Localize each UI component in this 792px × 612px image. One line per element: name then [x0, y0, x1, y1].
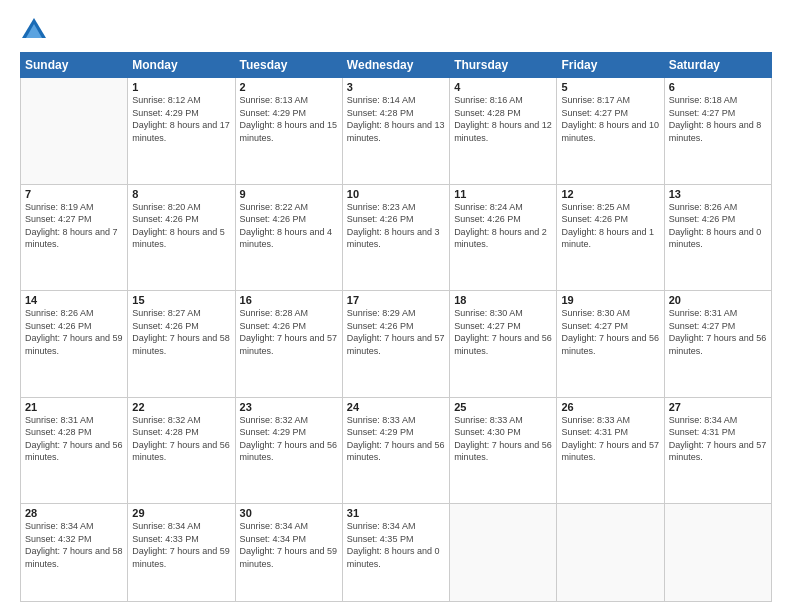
calendar-cell: 4Sunrise: 8:16 AMSunset: 4:28 PMDaylight… — [450, 78, 557, 185]
day-number: 30 — [240, 507, 338, 519]
calendar-cell: 7Sunrise: 8:19 AMSunset: 4:27 PMDaylight… — [21, 184, 128, 291]
weekday-friday: Friday — [557, 53, 664, 78]
day-number: 1 — [132, 81, 230, 93]
weekday-sunday: Sunday — [21, 53, 128, 78]
day-number: 20 — [669, 294, 767, 306]
weekday-saturday: Saturday — [664, 53, 771, 78]
day-info: Sunrise: 8:26 AMSunset: 4:26 PMDaylight:… — [669, 201, 767, 251]
day-info: Sunrise: 8:12 AMSunset: 4:29 PMDaylight:… — [132, 94, 230, 144]
day-number: 8 — [132, 188, 230, 200]
day-number: 22 — [132, 401, 230, 413]
day-number: 3 — [347, 81, 445, 93]
day-info: Sunrise: 8:13 AMSunset: 4:29 PMDaylight:… — [240, 94, 338, 144]
day-number: 5 — [561, 81, 659, 93]
day-number: 12 — [561, 188, 659, 200]
calendar-cell: 19Sunrise: 8:30 AMSunset: 4:27 PMDayligh… — [557, 291, 664, 398]
calendar-cell: 24Sunrise: 8:33 AMSunset: 4:29 PMDayligh… — [342, 397, 449, 504]
calendar-cell: 3Sunrise: 8:14 AMSunset: 4:28 PMDaylight… — [342, 78, 449, 185]
day-number: 2 — [240, 81, 338, 93]
calendar-cell — [557, 504, 664, 602]
calendar-week-2: 7Sunrise: 8:19 AMSunset: 4:27 PMDaylight… — [21, 184, 772, 291]
day-number: 27 — [669, 401, 767, 413]
calendar-cell: 15Sunrise: 8:27 AMSunset: 4:26 PMDayligh… — [128, 291, 235, 398]
day-info: Sunrise: 8:29 AMSunset: 4:26 PMDaylight:… — [347, 307, 445, 357]
calendar-cell: 22Sunrise: 8:32 AMSunset: 4:28 PMDayligh… — [128, 397, 235, 504]
day-info: Sunrise: 8:18 AMSunset: 4:27 PMDaylight:… — [669, 94, 767, 144]
weekday-wednesday: Wednesday — [342, 53, 449, 78]
day-info: Sunrise: 8:22 AMSunset: 4:26 PMDaylight:… — [240, 201, 338, 251]
day-info: Sunrise: 8:34 AMSunset: 4:35 PMDaylight:… — [347, 520, 445, 570]
day-number: 26 — [561, 401, 659, 413]
calendar-cell — [450, 504, 557, 602]
day-info: Sunrise: 8:25 AMSunset: 4:26 PMDaylight:… — [561, 201, 659, 251]
day-info: Sunrise: 8:33 AMSunset: 4:30 PMDaylight:… — [454, 414, 552, 464]
day-info: Sunrise: 8:30 AMSunset: 4:27 PMDaylight:… — [561, 307, 659, 357]
logo-icon — [20, 16, 48, 44]
page: SundayMondayTuesdayWednesdayThursdayFrid… — [0, 0, 792, 612]
day-info: Sunrise: 8:34 AMSunset: 4:33 PMDaylight:… — [132, 520, 230, 570]
calendar-cell: 14Sunrise: 8:26 AMSunset: 4:26 PMDayligh… — [21, 291, 128, 398]
calendar-week-4: 21Sunrise: 8:31 AMSunset: 4:28 PMDayligh… — [21, 397, 772, 504]
day-number: 15 — [132, 294, 230, 306]
calendar-cell: 26Sunrise: 8:33 AMSunset: 4:31 PMDayligh… — [557, 397, 664, 504]
weekday-monday: Monday — [128, 53, 235, 78]
day-info: Sunrise: 8:30 AMSunset: 4:27 PMDaylight:… — [454, 307, 552, 357]
day-info: Sunrise: 8:14 AMSunset: 4:28 PMDaylight:… — [347, 94, 445, 144]
calendar-cell: 1Sunrise: 8:12 AMSunset: 4:29 PMDaylight… — [128, 78, 235, 185]
calendar-cell: 28Sunrise: 8:34 AMSunset: 4:32 PMDayligh… — [21, 504, 128, 602]
day-info: Sunrise: 8:33 AMSunset: 4:29 PMDaylight:… — [347, 414, 445, 464]
day-number: 25 — [454, 401, 552, 413]
calendar-cell: 11Sunrise: 8:24 AMSunset: 4:26 PMDayligh… — [450, 184, 557, 291]
day-number: 18 — [454, 294, 552, 306]
calendar-cell: 29Sunrise: 8:34 AMSunset: 4:33 PMDayligh… — [128, 504, 235, 602]
day-info: Sunrise: 8:23 AMSunset: 4:26 PMDaylight:… — [347, 201, 445, 251]
calendar-cell: 5Sunrise: 8:17 AMSunset: 4:27 PMDaylight… — [557, 78, 664, 185]
day-number: 11 — [454, 188, 552, 200]
day-number: 23 — [240, 401, 338, 413]
day-info: Sunrise: 8:16 AMSunset: 4:28 PMDaylight:… — [454, 94, 552, 144]
calendar-week-3: 14Sunrise: 8:26 AMSunset: 4:26 PMDayligh… — [21, 291, 772, 398]
day-info: Sunrise: 8:34 AMSunset: 4:34 PMDaylight:… — [240, 520, 338, 570]
calendar-cell: 6Sunrise: 8:18 AMSunset: 4:27 PMDaylight… — [664, 78, 771, 185]
day-number: 24 — [347, 401, 445, 413]
day-info: Sunrise: 8:24 AMSunset: 4:26 PMDaylight:… — [454, 201, 552, 251]
calendar-cell: 20Sunrise: 8:31 AMSunset: 4:27 PMDayligh… — [664, 291, 771, 398]
day-info: Sunrise: 8:19 AMSunset: 4:27 PMDaylight:… — [25, 201, 123, 251]
day-number: 31 — [347, 507, 445, 519]
calendar-cell: 18Sunrise: 8:30 AMSunset: 4:27 PMDayligh… — [450, 291, 557, 398]
day-number: 13 — [669, 188, 767, 200]
calendar-cell: 12Sunrise: 8:25 AMSunset: 4:26 PMDayligh… — [557, 184, 664, 291]
calendar-cell: 17Sunrise: 8:29 AMSunset: 4:26 PMDayligh… — [342, 291, 449, 398]
day-number: 7 — [25, 188, 123, 200]
calendar-cell: 31Sunrise: 8:34 AMSunset: 4:35 PMDayligh… — [342, 504, 449, 602]
day-number: 16 — [240, 294, 338, 306]
day-info: Sunrise: 8:31 AMSunset: 4:28 PMDaylight:… — [25, 414, 123, 464]
calendar-table: SundayMondayTuesdayWednesdayThursdayFrid… — [20, 52, 772, 602]
weekday-thursday: Thursday — [450, 53, 557, 78]
day-info: Sunrise: 8:17 AMSunset: 4:27 PMDaylight:… — [561, 94, 659, 144]
day-number: 28 — [25, 507, 123, 519]
day-number: 6 — [669, 81, 767, 93]
calendar-cell: 8Sunrise: 8:20 AMSunset: 4:26 PMDaylight… — [128, 184, 235, 291]
logo — [20, 16, 52, 44]
day-info: Sunrise: 8:20 AMSunset: 4:26 PMDaylight:… — [132, 201, 230, 251]
day-number: 17 — [347, 294, 445, 306]
day-info: Sunrise: 8:31 AMSunset: 4:27 PMDaylight:… — [669, 307, 767, 357]
calendar-cell: 25Sunrise: 8:33 AMSunset: 4:30 PMDayligh… — [450, 397, 557, 504]
day-info: Sunrise: 8:26 AMSunset: 4:26 PMDaylight:… — [25, 307, 123, 357]
calendar-week-5: 28Sunrise: 8:34 AMSunset: 4:32 PMDayligh… — [21, 504, 772, 602]
day-info: Sunrise: 8:32 AMSunset: 4:28 PMDaylight:… — [132, 414, 230, 464]
day-info: Sunrise: 8:33 AMSunset: 4:31 PMDaylight:… — [561, 414, 659, 464]
calendar-cell: 9Sunrise: 8:22 AMSunset: 4:26 PMDaylight… — [235, 184, 342, 291]
day-number: 29 — [132, 507, 230, 519]
calendar-cell — [21, 78, 128, 185]
calendar-cell: 13Sunrise: 8:26 AMSunset: 4:26 PMDayligh… — [664, 184, 771, 291]
calendar-cell: 30Sunrise: 8:34 AMSunset: 4:34 PMDayligh… — [235, 504, 342, 602]
day-info: Sunrise: 8:32 AMSunset: 4:29 PMDaylight:… — [240, 414, 338, 464]
calendar-cell: 27Sunrise: 8:34 AMSunset: 4:31 PMDayligh… — [664, 397, 771, 504]
calendar-cell — [664, 504, 771, 602]
day-info: Sunrise: 8:27 AMSunset: 4:26 PMDaylight:… — [132, 307, 230, 357]
calendar-cell: 21Sunrise: 8:31 AMSunset: 4:28 PMDayligh… — [21, 397, 128, 504]
day-info: Sunrise: 8:34 AMSunset: 4:32 PMDaylight:… — [25, 520, 123, 570]
calendar-cell: 10Sunrise: 8:23 AMSunset: 4:26 PMDayligh… — [342, 184, 449, 291]
